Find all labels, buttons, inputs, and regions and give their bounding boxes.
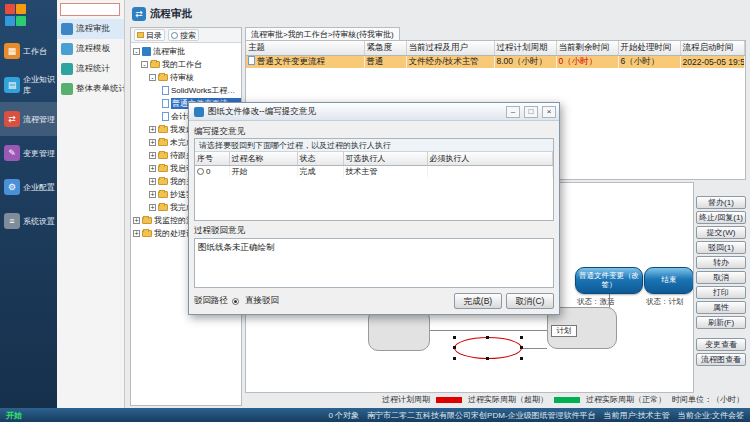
legend-overdue-label: 过程实际周期（超期） bbox=[468, 394, 548, 405]
expand-icon[interactable]: + bbox=[149, 139, 156, 146]
catalog-button[interactable]: 目录 bbox=[134, 29, 165, 41]
print-button[interactable]: 打印 bbox=[696, 286, 746, 299]
direct-reject-label: 直接驳回 bbox=[245, 295, 279, 307]
column-header-remaining[interactable]: 当前剩余时间 bbox=[556, 41, 618, 55]
expand-icon[interactable]: + bbox=[149, 165, 156, 172]
cell-start-time: 6（小时） bbox=[618, 55, 680, 68]
resize-handle[interactable] bbox=[486, 357, 489, 360]
column-header-required-executor: 必须执行人 bbox=[427, 152, 553, 165]
normal-color-swatch bbox=[554, 397, 580, 403]
column-header-subject[interactable]: 主题 bbox=[246, 41, 364, 55]
resize-handle[interactable] bbox=[453, 346, 456, 349]
reject-button[interactable]: 驳回(1) bbox=[696, 241, 746, 254]
subnav-label: 流程统计 bbox=[76, 63, 110, 75]
subnav-label: 流程审批 bbox=[76, 23, 110, 35]
resize-handle[interactable] bbox=[520, 357, 523, 360]
reject-comment-textarea[interactable]: 图纸线条未正确绘制 bbox=[194, 238, 554, 288]
nav-label: 工作台 bbox=[23, 46, 47, 57]
resize-handle[interactable] bbox=[486, 336, 489, 339]
minimize-icon[interactable]: – bbox=[506, 106, 520, 118]
cell-seq: 0 bbox=[206, 167, 210, 176]
column-header-seq: 序号 bbox=[195, 152, 229, 165]
breadcrumb-tab[interactable]: 流程审批>我的工作台>待审核(待我审批) bbox=[245, 27, 400, 40]
subnav-item-process-statistics[interactable]: 流程统计 bbox=[57, 59, 124, 79]
cell-process-name: 开始 bbox=[229, 165, 297, 177]
expand-icon[interactable]: + bbox=[133, 230, 140, 237]
tree-item-solidworks-process[interactable]: SolidWorks工程图审批流程(1) bbox=[131, 84, 241, 97]
dialog-title-bar[interactable]: 图纸文件修改--编写提交意见 – □ × bbox=[189, 103, 559, 121]
properties-button[interactable]: 属性 bbox=[696, 301, 746, 314]
overdue-color-swatch bbox=[436, 397, 462, 403]
flow-selected-node[interactable] bbox=[454, 337, 522, 359]
transfer-button[interactable]: 转办 bbox=[696, 256, 746, 269]
comment-label: 过程驳回意见 bbox=[194, 225, 554, 236]
folder-icon bbox=[158, 165, 168, 172]
expand-icon[interactable]: + bbox=[133, 217, 140, 224]
subnav-item-process-approval[interactable]: 流程审批 bbox=[57, 19, 124, 39]
nav-item-knowledge-base[interactable]: ▤ 企业知识库 bbox=[0, 68, 57, 102]
system-settings-icon: ≡ bbox=[4, 213, 20, 229]
resize-handle[interactable] bbox=[453, 336, 456, 339]
table-row[interactable]: 普通文件变更流程 普通 文件经办/技术主管 8.00（小时） 0（小时） 6（小… bbox=[246, 55, 745, 68]
finish-button[interactable]: 完成(B) bbox=[454, 293, 502, 309]
section-label: 编写提交意见 bbox=[194, 126, 554, 137]
folder-icon bbox=[150, 61, 160, 68]
flow-node-end[interactable]: 结束 bbox=[644, 267, 694, 294]
expand-icon[interactable]: + bbox=[149, 191, 156, 198]
flow-node-file-change[interactable]: 普通文件变更（改签） bbox=[575, 267, 643, 294]
terminate-reply-button[interactable]: 终止/回复(1) bbox=[696, 211, 746, 224]
sidebar-search-input[interactable] bbox=[60, 3, 120, 16]
subnav-label: 流程模板 bbox=[76, 43, 110, 55]
cell-remaining: 0（小时） bbox=[556, 55, 618, 68]
folder-icon bbox=[142, 217, 152, 224]
close-icon[interactable]: × bbox=[542, 106, 556, 118]
subnav-item-process-template[interactable]: 流程模板 bbox=[57, 39, 124, 59]
flow-diagram-view-button[interactable]: 流程图查看 bbox=[696, 353, 746, 366]
breadcrumb-tab-strip: 流程审批>我的工作台>待审核(待我审批) bbox=[245, 27, 746, 40]
supervise-button[interactable]: 督办(1) bbox=[696, 196, 746, 209]
collapse-icon[interactable]: - bbox=[141, 61, 148, 68]
subnav-item-form-statistics[interactable]: 整体表单统计 bbox=[57, 79, 124, 99]
submit-button[interactable]: 提交(W) bbox=[696, 226, 746, 239]
direct-reject-radio[interactable] bbox=[232, 298, 239, 305]
cancel-button[interactable]: 取消 bbox=[696, 271, 746, 284]
column-header-current-user[interactable]: 当前过程及用户 bbox=[406, 41, 494, 55]
change-view-button[interactable]: 变更查看 bbox=[696, 338, 746, 351]
flow-mini-node[interactable]: 计划 bbox=[551, 325, 577, 337]
maximize-icon[interactable]: □ bbox=[524, 106, 538, 118]
tree-item-my-workbench[interactable]: - 我的工作台 bbox=[131, 58, 241, 71]
dialog-cancel-button[interactable]: 取消(C) bbox=[506, 293, 554, 309]
column-header-launch-time[interactable]: 流程启动时间 bbox=[680, 41, 745, 55]
process-management-icon: ⇄ bbox=[4, 111, 20, 127]
tree-item-root[interactable]: - 流程审批 bbox=[131, 45, 241, 58]
dialog-table-row[interactable]: 0 开始 完成 技术主管 bbox=[195, 165, 553, 177]
column-header-urgency[interactable]: 紧急度 bbox=[364, 41, 406, 55]
knowledge-base-icon: ▤ bbox=[4, 77, 20, 93]
resize-handle[interactable] bbox=[453, 357, 456, 360]
action-button-column: 督办(1) 终止/回复(1) 提交(W) 驳回(1) 转办 取消 打印 属性 刷… bbox=[696, 182, 746, 393]
nav-item-change-management[interactable]: ✎ 变更管理 bbox=[0, 136, 57, 170]
expand-icon[interactable]: + bbox=[149, 204, 156, 211]
flow-connector bbox=[430, 330, 547, 331]
flow-state-node[interactable] bbox=[368, 309, 430, 351]
collapse-icon[interactable]: - bbox=[133, 48, 140, 55]
resize-handle[interactable] bbox=[520, 336, 523, 339]
column-header-start-time[interactable]: 开始处理时间 bbox=[618, 41, 680, 55]
nav-item-enterprise-config[interactable]: ⚙ 企业配置 bbox=[0, 170, 57, 204]
nav-item-process-management[interactable]: ⇄ 流程管理 bbox=[0, 102, 57, 136]
dialog-icon bbox=[194, 107, 204, 117]
tree-item-pending-review[interactable]: - 待审核 bbox=[131, 71, 241, 84]
nav-item-workbench[interactable]: ▦ 工作台 bbox=[0, 34, 57, 68]
resize-handle[interactable] bbox=[520, 346, 523, 349]
reject-path-label: 驳回路径 bbox=[194, 295, 228, 307]
expand-icon[interactable]: + bbox=[149, 178, 156, 185]
expand-icon[interactable]: + bbox=[149, 126, 156, 133]
row-radio[interactable] bbox=[197, 168, 204, 175]
search-button[interactable]: 搜索 bbox=[168, 29, 199, 41]
collapse-icon[interactable]: - bbox=[149, 74, 156, 81]
column-header-plan-period[interactable]: 过程计划周期 bbox=[494, 41, 556, 55]
nav-item-system-settings[interactable]: ≡ 系统设置 bbox=[0, 204, 57, 238]
refresh-button[interactable]: 刷新(F) bbox=[696, 316, 746, 329]
folder-icon bbox=[142, 230, 152, 237]
expand-icon[interactable]: + bbox=[149, 152, 156, 159]
